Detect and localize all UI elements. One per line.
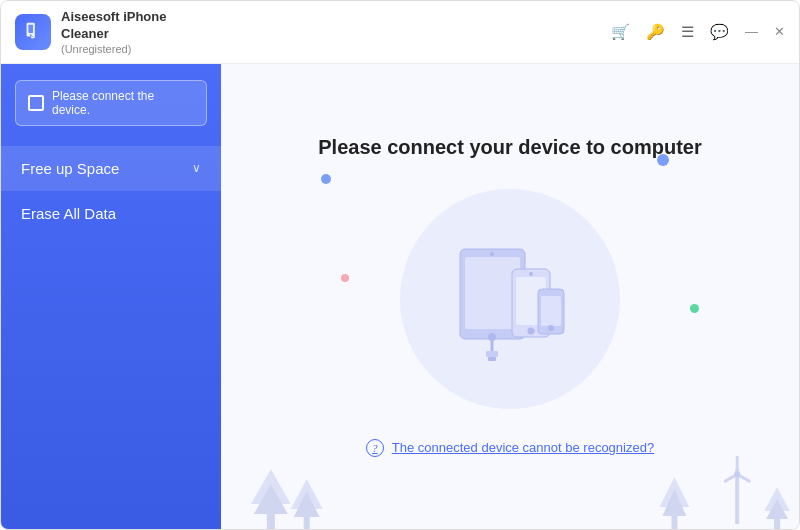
main-layout: Please connect the device. Free up Space… [1,64,799,529]
key-icon[interactable]: 🔑 [646,23,665,41]
phone-icon [28,95,44,111]
title-bar-left: Aiseesoft iPhone Cleaner (Unregistered) [15,9,166,55]
title-bar-right: 🛒 🔑 ☰ 💬 — ✕ [611,23,785,41]
svg-point-2 [30,34,32,36]
svg-marker-24 [662,489,686,516]
sidebar-item-erase-all-data[interactable]: Erase All Data [1,191,221,236]
sidebar-label-erase-all-data: Erase All Data [21,205,116,222]
svg-rect-15 [486,351,498,357]
device-illustration [400,189,620,409]
sidebar: Please connect the device. Free up Space… [1,64,221,529]
svg-point-10 [528,327,535,334]
close-icon[interactable]: ✕ [774,24,785,39]
svg-marker-17 [251,469,291,504]
cart-icon[interactable]: 🛒 [611,23,630,41]
svg-marker-23 [659,477,689,507]
svg-point-30 [734,471,740,477]
connect-btn-label: Please connect the device. [52,89,194,117]
title-bar: Aiseesoft iPhone Cleaner (Unregistered) … [1,1,799,64]
svg-point-9 [529,272,533,276]
svg-rect-16 [488,357,496,361]
menu-icon[interactable]: ☰ [681,23,694,41]
sidebar-label-free-up-space: Free up Space [21,160,119,177]
svg-point-13 [548,325,554,331]
svg-rect-25 [671,516,677,529]
bottom-decoration [221,449,799,529]
chevron-down-icon: ∨ [192,161,201,175]
svg-rect-12 [541,296,561,326]
app-name2: Cleaner [61,26,166,43]
app-logo [15,14,51,50]
svg-marker-32 [766,499,788,519]
decor-dot-blue-tl [321,174,331,184]
chat-icon[interactable]: 💬 [710,23,729,41]
svg-marker-31 [764,487,790,511]
help-link[interactable]: ? The connected device cannot be recogni… [366,439,654,457]
minimize-icon[interactable]: — [745,24,758,39]
svg-marker-20 [291,479,323,509]
connect-device-button[interactable]: Please connect the device. [15,80,207,126]
help-text: The connected device cannot be recognize… [392,440,654,455]
svg-line-29 [725,474,737,481]
decor-dot-pink [341,274,349,282]
main-title: Please connect your device to computer [318,136,701,159]
svg-rect-19 [267,514,275,529]
sidebar-item-free-up-space[interactable]: Free up Space ∨ [1,146,221,191]
svg-rect-26 [735,469,739,524]
svg-line-28 [737,474,749,481]
help-icon: ? [366,439,384,457]
decor-dot-green [690,304,699,313]
app-sub: (Unregistered) [61,43,166,55]
content-area: Please connect your device to computer [221,64,799,529]
svg-rect-33 [774,519,780,529]
svg-rect-1 [28,25,33,33]
app-name: Aiseesoft iPhone [61,9,166,26]
svg-marker-18 [254,484,288,514]
svg-rect-22 [304,517,310,529]
svg-marker-21 [294,491,320,517]
devices-svg [430,219,590,379]
svg-point-5 [490,252,494,256]
app-name-block: Aiseesoft iPhone Cleaner (Unregistered) [61,9,166,55]
